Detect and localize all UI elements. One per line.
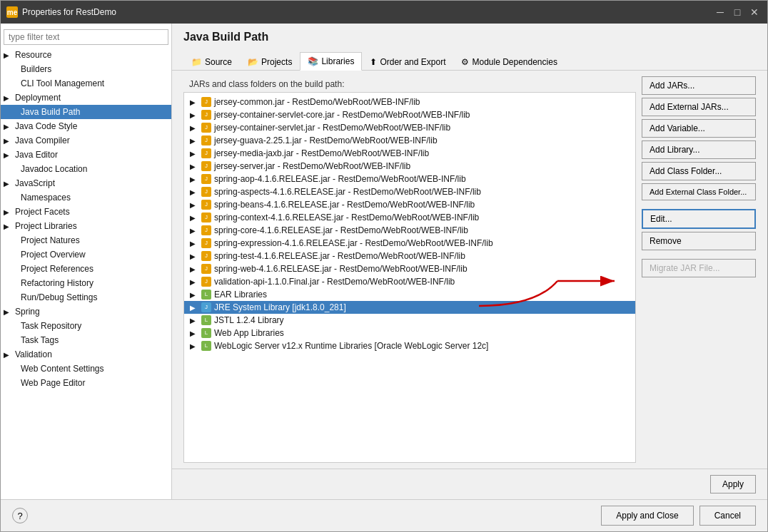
sidebar-item-namespaces[interactable]: Namespaces: [1, 190, 171, 205]
item-label: jersey-server.jar - RestDemo/WebRoot/WEB…: [214, 161, 410, 171]
sidebar-item-task-repository[interactable]: Task Repository: [1, 319, 171, 333]
tab-module-dependencies[interactable]: ⚙ Module Dependencies: [453, 52, 565, 71]
migrate-jar-button[interactable]: Migrate JAR File...: [642, 259, 756, 277]
chevron-right-icon: ▶: [4, 351, 12, 359]
tree-item-jersey-container-servlet-core[interactable]: ▶ J jersey-container-servlet-core.jar - …: [184, 108, 635, 121]
sidebar-item-web-content-settings[interactable]: Web Content Settings: [1, 362, 171, 376]
chevron-right-icon: ▶: [190, 317, 198, 324]
sidebar-item-validation[interactable]: ▶ Validation: [1, 347, 171, 362]
minimize-button[interactable]: ─: [713, 5, 727, 19]
sidebar-item-label: Task Tags: [21, 335, 59, 345]
apply-close-button[interactable]: Apply and Close: [601, 506, 693, 526]
tree-item-validation-api[interactable]: ▶ J validation-api-1.1.0.Final.jar - Res…: [184, 275, 635, 288]
tree-item-jersey-common[interactable]: ▶ J jersey-common.jar - RestDemo/WebRoot…: [184, 96, 635, 108]
tree-item-jersey-guava[interactable]: ▶ J jersey-guava-2.25.1.jar - RestDemo/W…: [184, 134, 635, 147]
tree-item-jersey-media-jaxb[interactable]: ▶ J jersey-media-jaxb.jar - RestDemo/Web…: [184, 147, 635, 160]
tab-source[interactable]: 📁 Source: [183, 52, 240, 71]
sidebar-item-label: Refactoring History: [21, 278, 94, 288]
tree-item-spring-core[interactable]: ▶ J spring-core-4.1.6.RELEASE.jar - Rest…: [184, 224, 635, 237]
add-library-button[interactable]: Add Library...: [642, 140, 756, 159]
tree-label: JARs and class folders on the build path…: [183, 76, 636, 92]
tree-item-spring-aop[interactable]: ▶ J spring-aop-4.1.6.RELEASE.jar - RestD…: [184, 173, 635, 185]
tree-item-jre-system[interactable]: ▶ J JRE System Library [jdk1.8.0_281]: [184, 301, 635, 314]
tree-item-weblogic[interactable]: ▶ L WebLogic Server v12.x Runtime Librar…: [184, 339, 635, 352]
sidebar-item-project-libraries[interactable]: ▶ Project Libraries: [1, 219, 171, 233]
item-label: spring-context-4.1.6.RELEASE.jar - RestD…: [214, 213, 479, 222]
sidebar-item-spring[interactable]: ▶ Spring: [1, 305, 171, 319]
tree-item-ear-libraries[interactable]: ▶ L EAR Libraries: [184, 288, 635, 301]
chevron-right-icon: ▶: [190, 329, 198, 337]
sidebar-item-task-tags[interactable]: Task Tags: [1, 333, 171, 347]
sidebar-item-label: Project References: [21, 264, 94, 274]
tree-container: JARs and class folders on the build path…: [183, 76, 636, 463]
add-variable-button[interactable]: Add Variable...: [642, 119, 756, 138]
add-external-jars-button[interactable]: Add External JARs...: [642, 98, 756, 116]
apply-button[interactable]: Apply: [710, 475, 756, 493]
tab-order-export[interactable]: ⬆ Order and Export: [362, 52, 453, 71]
sidebar: ▶ Resource Builders CLI Tool Management …: [1, 24, 172, 499]
sidebar-item-project-references[interactable]: Project References: [1, 262, 171, 276]
source-tab-icon: 📁: [191, 57, 202, 67]
sidebar-item-deployment[interactable]: ▶ Deployment: [1, 91, 171, 105]
jar-icon: J: [201, 251, 211, 261]
sidebar-item-project-overview[interactable]: Project Overview: [1, 247, 171, 262]
sidebar-item-label: Namespaces: [21, 193, 71, 203]
tree-item-spring-web[interactable]: ▶ J spring-web-4.1.6.RELEASE.jar - RestD…: [184, 262, 635, 275]
sidebar-item-java-editor[interactable]: ▶ Java Editor: [1, 148, 171, 162]
tree-item-jersey-server[interactable]: ▶ J jersey-server.jar - RestDemo/WebRoot…: [184, 160, 635, 173]
jar-icon: J: [201, 135, 211, 145]
sidebar-item-refactoring-history[interactable]: Refactoring History: [1, 276, 171, 290]
help-button[interactable]: ?: [12, 508, 28, 523]
sidebar-item-java-code-style[interactable]: ▶ Java Code Style: [1, 119, 171, 133]
sidebar-item-project-natures[interactable]: Project Natures: [1, 233, 171, 247]
tree-item-spring-expression[interactable]: ▶ J spring-expression-4.1.6.RELEASE.jar …: [184, 237, 635, 250]
main-window: me Properties for RestDemo ─ □ ✕ ▶ Resou…: [0, 0, 768, 532]
tab-projects[interactable]: 📂 Projects: [240, 52, 300, 71]
jar-icon: J: [201, 161, 211, 171]
sidebar-item-cli-tool[interactable]: CLI Tool Management: [1, 76, 171, 91]
item-label: spring-core-4.1.6.RELEASE.jar - RestDemo…: [214, 225, 468, 235]
sidebar-item-javadoc-location[interactable]: Javadoc Location: [1, 162, 171, 176]
tree-item-spring-context[interactable]: ▶ J spring-context-4.1.6.RELEASE.jar - R…: [184, 211, 635, 224]
sidebar-item-java-build-path[interactable]: Java Build Path: [1, 105, 171, 119]
projects-tab-icon: 📂: [248, 57, 258, 67]
tree-item-jersey-container-servlet[interactable]: ▶ J jersey-container-servlet.jar - RestD…: [184, 121, 635, 134]
panel-title: Java Build Path: [183, 31, 756, 44]
chevron-right-icon: ▶: [4, 308, 12, 316]
tab-libraries[interactable]: 📚 Libraries: [300, 52, 362, 71]
tab-label: Libraries: [321, 56, 354, 66]
edit-button[interactable]: Edit...: [642, 209, 756, 229]
tree-item-jstl[interactable]: ▶ L JSTL 1.2.4 Library: [184, 314, 635, 327]
add-jars-button[interactable]: Add JARs...: [642, 76, 756, 95]
tree-item-spring-aspects[interactable]: ▶ J spring-aspects-4.1.6.RELEASE.jar - R…: [184, 185, 635, 198]
item-label: jersey-container-servlet.jar - RestDemo/…: [214, 123, 450, 133]
sidebar-item-java-compiler[interactable]: ▶ Java Compiler: [1, 133, 171, 148]
filter-input[interactable]: [4, 29, 168, 45]
sidebar-item-web-page-editor[interactable]: Web Page Editor: [1, 376, 171, 390]
tree-area[interactable]: ▶ J jersey-common.jar - RestDemo/WebRoot…: [183, 92, 636, 463]
tab-label: Source: [205, 57, 232, 67]
tree-item-spring-beans[interactable]: ▶ J spring-beans-4.1.6.RELEASE.jar - Res…: [184, 198, 635, 211]
item-label: JSTL 1.2.4 Library: [214, 315, 284, 325]
buttons-panel: Add JARs... Add External JARs... Add Var…: [642, 76, 756, 463]
sidebar-item-label: JavaScript: [15, 178, 55, 188]
tabs-bar: 📁 Source 📂 Projects 📚 Libraries ⬆ Order …: [172, 52, 767, 71]
cancel-button[interactable]: Cancel: [699, 506, 756, 526]
maximize-button[interactable]: □: [730, 5, 744, 19]
tree-item-web-app-libs[interactable]: ▶ L Web App Libraries: [184, 327, 635, 339]
sidebar-item-label: Project Facets: [15, 207, 70, 217]
sidebar-item-project-facets[interactable]: ▶ Project Facets: [1, 205, 171, 219]
sidebar-item-javascript[interactable]: ▶ JavaScript: [1, 176, 171, 190]
sidebar-item-resource[interactable]: ▶ Resource: [1, 48, 171, 62]
sidebar-item-label: Web Page Editor: [21, 378, 86, 388]
chevron-right-icon: ▶: [190, 291, 198, 299]
add-external-class-folder-button[interactable]: Add External Class Folder...: [642, 183, 756, 200]
close-button[interactable]: ✕: [747, 5, 762, 19]
add-class-folder-button[interactable]: Add Class Folder...: [642, 162, 756, 180]
sidebar-item-run-debug-settings[interactable]: Run/Debug Settings: [1, 290, 171, 305]
remove-button[interactable]: Remove: [642, 232, 756, 250]
sidebar-item-builders[interactable]: Builders: [1, 62, 171, 76]
tree-item-spring-test[interactable]: ▶ J spring-test-4.1.6.RELEASE.jar - Rest…: [184, 250, 635, 262]
tab-label: Order and Export: [380, 57, 445, 67]
jar-icon: J: [201, 187, 211, 197]
